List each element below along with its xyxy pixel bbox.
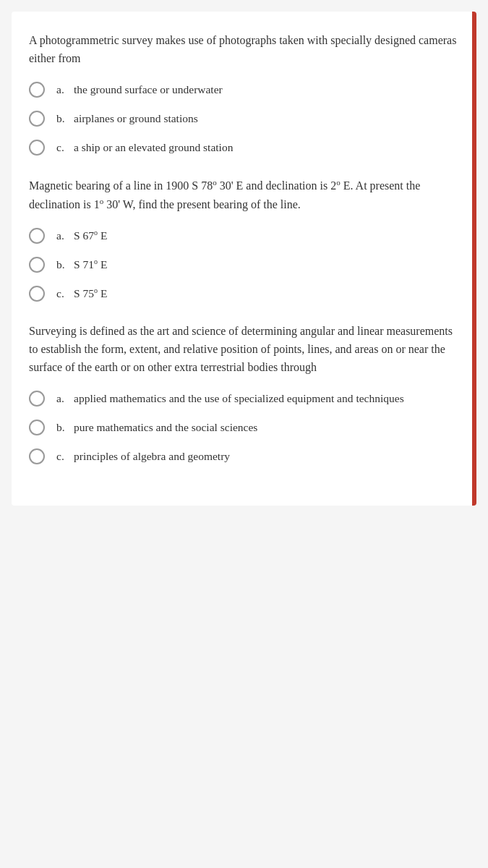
q3-option-a-text: applied mathematics and the use of speci…	[74, 390, 404, 407]
q2-option-a-label: a.	[56, 227, 71, 244]
q3-option-b-content: b. pure mathematics and the social scien…	[56, 419, 257, 436]
q2-option-b-label: b.	[56, 256, 71, 273]
q3-option-b-radio[interactable]	[29, 420, 45, 435]
q1-option-c-label: c.	[56, 139, 71, 156]
q3-option-c-radio[interactable]	[29, 448, 45, 464]
list-item: a. S 67o E	[29, 227, 459, 244]
q3-option-b-text: pure mathematics and the social sciences	[74, 419, 257, 436]
list-item: c. a ship or an elevated ground station	[29, 139, 459, 156]
q2-option-a-content: a. S 67o E	[56, 227, 107, 244]
q2-option-c-radio[interactable]	[29, 286, 45, 302]
q1-option-b-text: airplanes or ground stations	[74, 110, 198, 127]
q2-option-b-content: b. S 71o E	[56, 256, 107, 273]
content-card: A photogrammetric survey makes use of ph…	[12, 12, 476, 506]
q2-option-a-radio[interactable]	[29, 228, 45, 244]
question-2-text: Magnetic bearing of a line in 1900 S 78o…	[29, 176, 459, 214]
question-3-text: Surveying is defined as the art and scie…	[29, 323, 459, 376]
q3-option-b-label: b.	[56, 419, 71, 436]
question-block-2: Magnetic bearing of a line in 1900 S 78o…	[29, 176, 459, 303]
q1-option-c-radio[interactable]	[29, 140, 45, 156]
question-1-text: A photogrammetric survey makes use of ph…	[29, 32, 459, 68]
q2-option-a-text: S 67o E	[74, 227, 107, 244]
q3-option-a-radio[interactable]	[29, 391, 45, 407]
q1-option-b-content: b. airplanes or ground stations	[56, 110, 198, 127]
list-item: b. S 71o E	[29, 256, 459, 273]
q1-option-b-label: b.	[56, 110, 71, 127]
q2-option-c-label: c.	[56, 285, 71, 302]
list-item: a. applied mathematics and the use of sp…	[29, 390, 459, 407]
q2-option-b-text: S 71o E	[74, 256, 107, 273]
q2-option-c-content: c. S 75o E	[56, 285, 107, 302]
question-1-options: a. the ground surface or underwater b. a…	[29, 81, 459, 156]
q3-option-c-label: c.	[56, 448, 71, 465]
q1-option-a-text: the ground surface or underwater	[74, 81, 223, 98]
q1-option-c-content: c. a ship or an elevated ground station	[56, 139, 233, 156]
question-2-options: a. S 67o E b. S 71o E c. S 75o E	[29, 227, 459, 303]
q3-option-a-label: a.	[56, 390, 71, 407]
q1-option-c-text: a ship or an elevated ground station	[74, 139, 233, 156]
question-block-1: A photogrammetric survey makes use of ph…	[29, 32, 459, 156]
page-container: A photogrammetric survey makes use of ph…	[0, 0, 488, 868]
list-item: b. airplanes or ground stations	[29, 110, 459, 127]
list-item: b. pure mathematics and the social scien…	[29, 419, 459, 436]
q2-option-b-radio[interactable]	[29, 257, 45, 273]
list-item: c. S 75o E	[29, 285, 459, 302]
list-item: c. principles of algebra and geometry	[29, 448, 459, 465]
q1-option-a-content: a. the ground surface or underwater	[56, 81, 223, 98]
q1-option-a-label: a.	[56, 81, 71, 98]
question-block-3: Surveying is defined as the art and scie…	[29, 323, 459, 464]
list-item: a. the ground surface or underwater	[29, 81, 459, 98]
question-3-options: a. applied mathematics and the use of sp…	[29, 390, 459, 465]
q1-option-b-radio[interactable]	[29, 111, 45, 127]
q3-option-c-text: principles of algebra and geometry	[74, 448, 230, 465]
q3-option-a-content: a. applied mathematics and the use of sp…	[56, 390, 404, 407]
q2-option-c-text: S 75o E	[74, 285, 107, 302]
q3-option-c-content: c. principles of algebra and geometry	[56, 448, 230, 465]
q1-option-a-radio[interactable]	[29, 82, 45, 98]
